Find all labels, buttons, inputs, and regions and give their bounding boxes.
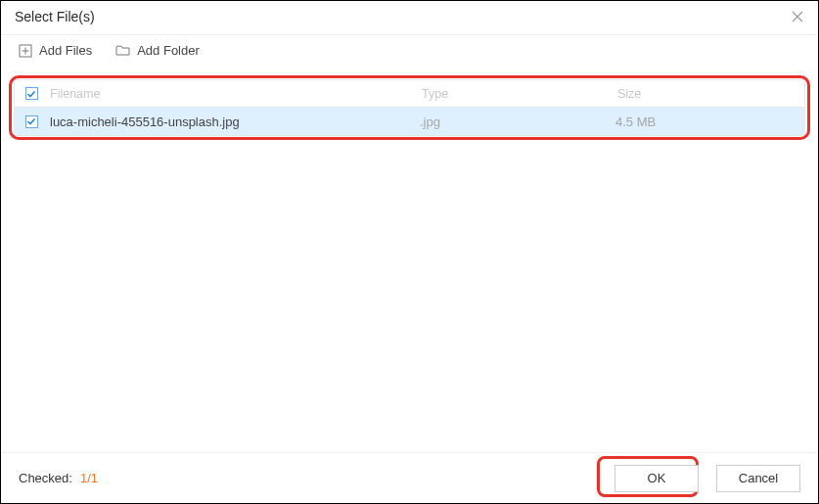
add-folder-label: Add Folder	[137, 43, 200, 58]
close-button[interactable]	[791, 10, 804, 23]
close-icon	[792, 11, 803, 23]
cancel-button[interactable]: Cancel	[716, 465, 800, 492]
file-table: Filename Type Size luca-micheli-455516-u…	[14, 79, 805, 136]
table-header-row: Filename Type Size	[14, 79, 805, 107]
column-header-type[interactable]: Type	[420, 87, 615, 101]
title-bar: Select File(s)	[1, 1, 818, 35]
cell-type: .jpg	[420, 115, 615, 129]
table-row[interactable]: luca-micheli-455516-unsplash.jpg .jpg 4.…	[14, 107, 805, 136]
window-title: Select File(s)	[15, 9, 95, 24]
cell-size: 4.5 MB	[615, 115, 804, 129]
footer: Checked: 1/1 OK Cancel	[1, 452, 818, 503]
check-icon	[26, 116, 36, 126]
check-icon	[26, 89, 36, 99]
cell-filename: luca-micheli-455516-unsplash.jpg	[48, 115, 420, 129]
add-folder-button[interactable]: Add Folder	[115, 43, 200, 58]
add-files-label: Add Files	[39, 43, 92, 58]
row-checkbox[interactable]	[25, 115, 38, 128]
select-all-checkbox[interactable]	[25, 87, 38, 100]
ok-button[interactable]: OK	[614, 465, 699, 492]
column-header-filename[interactable]: Filename	[48, 87, 420, 101]
folder-icon	[115, 44, 130, 57]
toolbar: Add Files Add Folder	[1, 35, 818, 68]
column-header-size[interactable]: Size	[615, 87, 804, 101]
checked-count: 1/1	[80, 471, 98, 485]
add-files-button[interactable]: Add Files	[19, 43, 92, 58]
plus-square-icon	[19, 44, 32, 58]
checked-label: Checked:	[19, 471, 72, 485]
